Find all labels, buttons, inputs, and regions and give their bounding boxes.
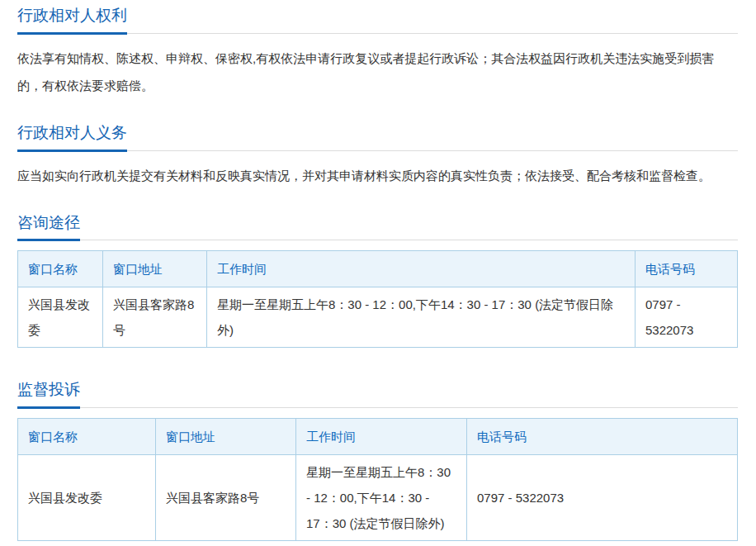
complaint-td-work-time: 星期一至星期五上午8：30 - 12：00,下午14：30 - 17：30 (法… bbox=[296, 455, 467, 541]
section-rights: 行政相对人权利 依法享有知情权、陈述权、申辩权、保密权,有权依法申请行政复议或者… bbox=[17, 7, 738, 99]
page-content: 行政相对人权利 依法享有知情权、陈述权、申辩权、保密权,有权依法申请行政复议或者… bbox=[0, 0, 756, 546]
consult-td-window-address: 兴国县客家路8号 bbox=[103, 287, 207, 348]
section-rights-title-text: 行政相对人权利 bbox=[17, 7, 127, 35]
section-complaint-title-text: 监督投诉 bbox=[17, 381, 80, 409]
section-obligations-title-text: 行政相对人义务 bbox=[17, 124, 127, 152]
section-consult-title-text: 咨询途径 bbox=[17, 214, 80, 242]
complaint-td-phone: 0797 - 5322073 bbox=[467, 455, 738, 541]
complaint-th-window-address: 窗口地址 bbox=[156, 419, 296, 455]
section-obligations-paragraph: 应当如实向行政机关提交有关材料和反映真实情况，并对其申请材料实质内容的真实性负责… bbox=[17, 162, 738, 189]
consult-table-header-row: 窗口名称 窗口地址 工作时间 电话号码 bbox=[18, 251, 738, 287]
complaint-table-row: 兴国县发改委 兴国县客家路8号 星期一至星期五上午8：30 - 12：00,下午… bbox=[18, 455, 738, 541]
section-complaint-title: 监督投诉 bbox=[17, 381, 738, 408]
consult-th-window-name: 窗口名称 bbox=[18, 251, 103, 287]
consult-th-window-address: 窗口地址 bbox=[103, 251, 207, 287]
complaint-table: 窗口名称 窗口地址 工作时间 电话号码 兴国县发改委 兴国县客家路8号 星期一至… bbox=[17, 418, 738, 541]
section-complaint: 监督投诉 窗口名称 窗口地址 工作时间 电话号码 兴国县发改委 兴国县客家路8号… bbox=[17, 381, 738, 541]
consult-th-work-time: 工作时间 bbox=[207, 251, 636, 287]
complaint-th-work-time: 工作时间 bbox=[296, 419, 467, 455]
consult-td-work-time: 星期一至星期五上午8：30 - 12：00,下午14：30 - 17：30 (法… bbox=[207, 287, 636, 348]
consult-td-window-name: 兴国县发改委 bbox=[18, 287, 103, 348]
section-rights-title: 行政相对人权利 bbox=[17, 7, 738, 34]
section-obligations-title: 行政相对人义务 bbox=[17, 124, 738, 151]
section-consult: 咨询途径 窗口名称 窗口地址 工作时间 电话号码 兴国县发改委 兴国县客家路8号… bbox=[17, 214, 738, 349]
complaint-table-header-row: 窗口名称 窗口地址 工作时间 电话号码 bbox=[18, 419, 738, 455]
section-consult-title: 咨询途径 bbox=[17, 214, 738, 241]
consult-table: 窗口名称 窗口地址 工作时间 电话号码 兴国县发改委 兴国县客家路8号 星期一至… bbox=[17, 250, 738, 348]
consult-th-phone: 电话号码 bbox=[636, 251, 738, 287]
section-rights-paragraph: 依法享有知情权、陈述权、申辩权、保密权,有权依法申请行政复议或者提起行政诉讼；其… bbox=[17, 45, 738, 99]
section-obligations: 行政相对人义务 应当如实向行政机关提交有关材料和反映真实情况，并对其申请材料实质… bbox=[17, 124, 738, 189]
complaint-th-phone: 电话号码 bbox=[467, 419, 738, 455]
complaint-th-window-name: 窗口名称 bbox=[18, 419, 156, 455]
complaint-td-window-name: 兴国县发改委 bbox=[18, 455, 156, 541]
consult-table-row: 兴国县发改委 兴国县客家路8号 星期一至星期五上午8：30 - 12：00,下午… bbox=[18, 287, 738, 348]
complaint-td-window-address: 兴国县客家路8号 bbox=[156, 455, 296, 541]
consult-td-phone: 0797 - 5322073 bbox=[636, 287, 738, 348]
